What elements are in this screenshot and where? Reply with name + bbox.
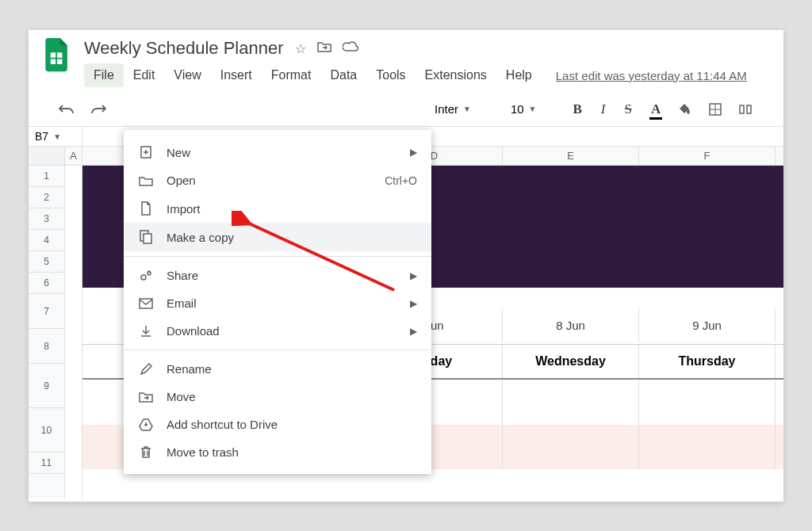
menu-item-open[interactable]: Open Ctrl+O [124,166,431,194]
font-size-select[interactable]: 10▼ [504,101,543,117]
menu-label: Rename [167,362,417,376]
menu-tools[interactable]: Tools [366,63,415,87]
row-header[interactable]: 9 [29,364,64,408]
day-cell[interactable]: Thursday [639,345,776,378]
date-cell[interactable]: 9 Jun [639,309,776,342]
chevron-right-icon: ▶ [410,298,417,309]
menu-label: Share [167,269,397,282]
menu-separator [124,350,431,350]
redo-icon[interactable] [86,100,111,119]
last-edit-link[interactable]: Last edit was yesterday at 11:44 AM [556,69,747,82]
menu-item-make-a-copy[interactable]: Make a copy [124,223,431,251]
menu-data[interactable]: Data [320,63,366,87]
select-all-corner[interactable] [29,147,64,166]
menu-help[interactable]: Help [496,63,542,87]
move-icon [138,392,154,403]
row-header[interactable]: 7 [29,294,64,329]
day-cell[interactable]: Wednesday [503,345,639,378]
merge-button[interactable] [733,99,757,120]
strikethrough-button[interactable]: S [619,100,638,119]
menu-view[interactable]: View [164,63,210,87]
text-color-button[interactable]: A [645,100,667,119]
menu-label: Email [167,296,397,310]
col-header-e[interactable]: E [503,147,639,165]
menu-label: Move [167,390,417,403]
date-cell[interactable]: 8 Jun [503,309,639,342]
font-size-value: 10 [511,102,524,116]
undo-icon[interactable] [54,100,79,119]
chevron-right-icon: ▶ [410,270,417,281]
menu-label: Download [167,324,397,338]
menu-item-share[interactable]: Share ▶ [124,262,431,289]
menu-label: Open [167,174,372,187]
svg-rect-7 [140,299,152,308]
menu-item-rename[interactable]: Rename [124,355,431,383]
row-header[interactable]: 11 [29,453,64,474]
chevron-right-icon: ▶ [410,326,417,337]
menu-shortcut: Ctrl+O [385,174,417,187]
move-folder-icon[interactable] [317,41,331,56]
menu-separator [124,256,431,257]
svg-point-5 [141,275,146,280]
toolbar: Inter▼ 10▼ B I S A [29,92,783,127]
borders-button[interactable] [703,99,727,120]
svg-rect-4 [144,234,151,243]
email-icon [138,298,154,309]
sheets-logo[interactable] [43,38,71,73]
row-header[interactable]: 10 [29,408,64,453]
name-box[interactable]: B7▼ [29,127,82,146]
font-select[interactable]: Inter▼ [428,101,477,117]
document-title[interactable]: Weekly Schedule Planner [84,38,284,59]
menu-file[interactable]: File [84,63,124,87]
col-header-f[interactable]: F [639,147,776,165]
menu-item-move-to-trash[interactable]: Move to trash [124,438,431,466]
bold-button[interactable]: B [567,100,588,119]
italic-button[interactable]: I [595,100,612,119]
menu-label: Move to trash [167,445,417,459]
menu-item-import[interactable]: Import [124,194,431,223]
chevron-right-icon: ▶ [410,147,417,158]
fill-color-button[interactable] [673,99,697,120]
star-icon[interactable]: ☆ [295,41,306,56]
menu-label: Make a copy [167,231,417,244]
menu-item-move[interactable]: Move [124,383,431,411]
file-menu-dropdown: New ▶ Open Ctrl+O Import Make a copy Sha… [124,130,431,474]
menubar: File Edit View Insert Format Data Tools … [84,63,776,87]
cloud-status-icon[interactable] [343,41,358,56]
share-icon [138,269,154,282]
new-file-icon [138,145,154,159]
menu-extensions[interactable]: Extensions [416,63,496,87]
row-header[interactable]: 2 [29,187,64,208]
menu-label: Import [167,202,417,216]
menu-label: Add shortcut to Drive [167,418,417,431]
menu-item-new[interactable]: New ▶ [124,138,431,166]
header: Weekly Schedule Planner ☆ File Edit View… [29,30,783,87]
menu-item-email[interactable]: Email ▶ [124,289,431,317]
menu-insert[interactable]: Insert [211,63,262,87]
row-header[interactable]: 4 [29,230,64,251]
drive-shortcut-icon [138,418,154,431]
copy-icon [138,230,154,244]
row-header[interactable]: 6 [29,273,64,294]
menu-edit[interactable]: Edit [124,63,165,87]
row-header[interactable]: 5 [29,251,64,273]
menu-item-add-shortcut[interactable]: Add shortcut to Drive [124,411,431,438]
menu-item-download[interactable]: Download ▶ [124,317,431,345]
trash-icon [138,446,154,459]
google-sheets-app: Weekly Schedule Planner ☆ File Edit View… [29,30,783,502]
rename-icon [138,363,154,376]
row-header[interactable]: 8 [29,329,64,364]
menu-label: New [167,146,397,159]
row-header[interactable]: 3 [29,208,64,230]
col-header-a[interactable]: A [65,147,82,165]
row-headers: 1 2 3 4 5 6 7 8 9 10 11 [29,147,65,499]
download-icon [138,325,154,338]
row-header[interactable]: 1 [29,166,64,187]
menu-format[interactable]: Format [262,63,321,87]
font-name: Inter [435,102,458,116]
import-icon [138,201,154,216]
folder-open-icon [138,175,154,186]
